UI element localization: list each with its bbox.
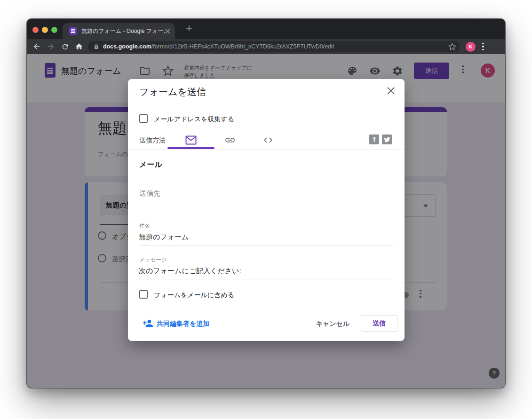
tab-embed[interactable] — [262, 134, 274, 146]
to-field-underline — [138, 202, 394, 202]
collect-email-checkbox[interactable] — [139, 114, 148, 123]
close-window-button[interactable] — [32, 27, 39, 33]
subject-input[interactable]: 無題のフォーム — [139, 233, 189, 242]
browser-tab[interactable]: 無題のフォーム - Google フォーム — [63, 23, 175, 39]
message-label: メッセージ — [139, 256, 167, 263]
tab-link[interactable] — [224, 134, 236, 146]
include-form-checkbox[interactable] — [139, 290, 148, 299]
back-button[interactable] — [30, 41, 44, 52]
tab-strip: 無題のフォーム - Google フォーム — [27, 19, 505, 39]
page-content: 無題のフォーム 変更内容をすべてドライブに 保存しました 送信 K 無題 フォー… — [27, 54, 505, 388]
facebook-icon: f — [373, 136, 375, 143]
embed-code-icon — [263, 135, 273, 145]
person-add-icon[interactable] — [143, 318, 153, 329]
tab-close-icon[interactable] — [165, 29, 170, 34]
subject-underline — [138, 245, 394, 245]
add-collaborators-link[interactable]: 共同編集者を追加 — [157, 320, 209, 328]
url-domain: docs.google.com — [103, 43, 151, 50]
twitter-icon — [384, 137, 390, 142]
tab-email[interactable] — [185, 134, 197, 146]
browser-profile-avatar[interactable]: K — [466, 42, 476, 52]
browser-menu-button[interactable] — [482, 43, 484, 51]
url-path: /forms/d/12lr5-HEFs4cXTuOWBr8hI_sCYTD6ku… — [151, 43, 334, 50]
forward-button[interactable] — [44, 41, 58, 52]
minimize-window-button[interactable] — [42, 27, 48, 33]
link-icon — [224, 134, 236, 146]
home-button[interactable] — [72, 41, 86, 52]
collect-email-label[interactable]: メールアドレスを収集する — [154, 115, 234, 124]
bookmark-star-icon[interactable] — [448, 43, 456, 51]
maximize-window-button[interactable] — [51, 27, 57, 33]
browser-toolbar: docs.google.com/forms/d/12lr5-HEFs4cXTuO… — [27, 39, 505, 54]
email-to-field[interactable]: 送信先 — [139, 189, 160, 198]
email-icon — [185, 135, 197, 145]
dialog-title: フォームを送信 — [139, 86, 206, 98]
google-forms-favicon — [69, 27, 77, 35]
include-form-label[interactable]: フォームをメールに含める — [154, 291, 234, 300]
tabs-divider — [128, 150, 405, 150]
url-text: docs.google.com/forms/d/12lr5-HEFs4cXTuO… — [103, 43, 448, 50]
lock-icon — [94, 43, 99, 50]
dialog-send-button[interactable]: 送信 — [361, 315, 397, 332]
message-underline — [138, 279, 394, 279]
tab-title: 無題のフォーム - Google フォーム — [81, 27, 165, 35]
dialog-close-icon[interactable] — [386, 86, 396, 95]
subject-label: 件名 — [139, 222, 150, 229]
email-section-heading: メール — [139, 160, 162, 170]
new-tab-button[interactable] — [186, 25, 192, 32]
address-bar[interactable]: docs.google.com/forms/d/12lr5-HEFs4cXTuO… — [88, 41, 460, 52]
send-form-dialog: フォームを送信 メールアドレスを収集する 送信方法 f メール 送信先 — [128, 79, 405, 341]
active-tab-indicator — [167, 147, 214, 149]
share-facebook-button[interactable]: f — [369, 134, 379, 144]
send-via-label: 送信方法 — [139, 136, 166, 145]
reload-button[interactable] — [58, 41, 72, 52]
cancel-button[interactable]: キャンセル — [315, 320, 350, 328]
share-twitter-button[interactable] — [382, 134, 392, 144]
browser-window: 無題のフォーム - Google フォーム docs.google.com/fo… — [27, 19, 505, 388]
message-input[interactable]: 次のフォームにご記入ください: — [139, 267, 241, 276]
